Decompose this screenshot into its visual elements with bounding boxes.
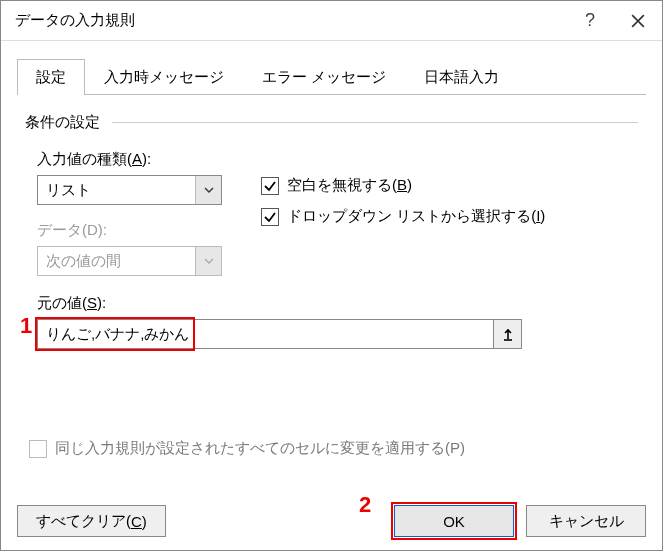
tab-strip: 設定 入力時メッセージ エラー メッセージ 日本語入力 bbox=[17, 59, 646, 95]
close-button[interactable] bbox=[614, 1, 662, 41]
tab-ime[interactable]: 日本語入力 bbox=[405, 59, 518, 95]
tab-error-message[interactable]: エラー メッセージ bbox=[243, 59, 405, 95]
checkbox-icon bbox=[261, 177, 279, 195]
incell-dropdown-label: ドロップダウン リストから選択する(I) bbox=[287, 207, 545, 226]
help-button[interactable]: ? bbox=[566, 1, 614, 41]
range-picker-button[interactable] bbox=[494, 319, 522, 349]
checkbox-icon bbox=[261, 208, 279, 226]
cancel-button[interactable]: キャンセル bbox=[526, 505, 646, 537]
chevron-down-icon bbox=[195, 247, 221, 275]
source-input[interactable] bbox=[37, 319, 494, 349]
data-label: データ(D): bbox=[37, 221, 237, 240]
apply-all-checkbox: 同じ入力規則が設定されたすべてのセルに変更を適用する(P) bbox=[29, 439, 638, 458]
allow-select[interactable]: リスト bbox=[37, 175, 222, 205]
settings-panel: 条件の設定 入力値の種類(A): リスト データ(D): 次の値の間 bbox=[17, 95, 646, 458]
content-area: 設定 入力時メッセージ エラー メッセージ 日本語入力 条件の設定 入力値の種類… bbox=[1, 41, 662, 458]
titlebar: データの入力規則 ? bbox=[1, 1, 662, 41]
incell-dropdown-checkbox[interactable]: ドロップダウン リストから選択する(I) bbox=[261, 207, 545, 226]
allow-label: 入力値の種類(A): bbox=[37, 150, 237, 169]
data-validation-dialog: データの入力規則 ? 設定 入力時メッセージ エラー メッセージ 日本語入力 条… bbox=[0, 0, 663, 551]
apply-all-label: 同じ入力規則が設定されたすべてのセルに変更を適用する(P) bbox=[55, 439, 465, 458]
data-select: 次の値の間 bbox=[37, 246, 222, 276]
ok-button[interactable]: OK bbox=[394, 505, 514, 537]
ignore-blank-label: 空白を無視する(B) bbox=[287, 176, 412, 195]
criteria-section-label: 条件の設定 bbox=[25, 113, 638, 132]
chevron-down-icon[interactable] bbox=[195, 176, 221, 204]
clear-all-button[interactable]: すべてクリア(C) bbox=[17, 505, 166, 537]
ignore-blank-checkbox[interactable]: 空白を無視する(B) bbox=[261, 176, 545, 195]
checkbox-icon bbox=[29, 440, 47, 458]
tab-input-message[interactable]: 入力時メッセージ bbox=[85, 59, 243, 95]
window-title: データの入力規則 bbox=[15, 11, 566, 30]
tab-settings[interactable]: 設定 bbox=[17, 59, 85, 95]
data-select-value: 次の値の間 bbox=[38, 247, 195, 275]
allow-select-value: リスト bbox=[38, 176, 195, 204]
source-label: 元の値(S): bbox=[37, 294, 638, 313]
dialog-footer: すべてクリア(C) OK キャンセル bbox=[1, 492, 662, 550]
